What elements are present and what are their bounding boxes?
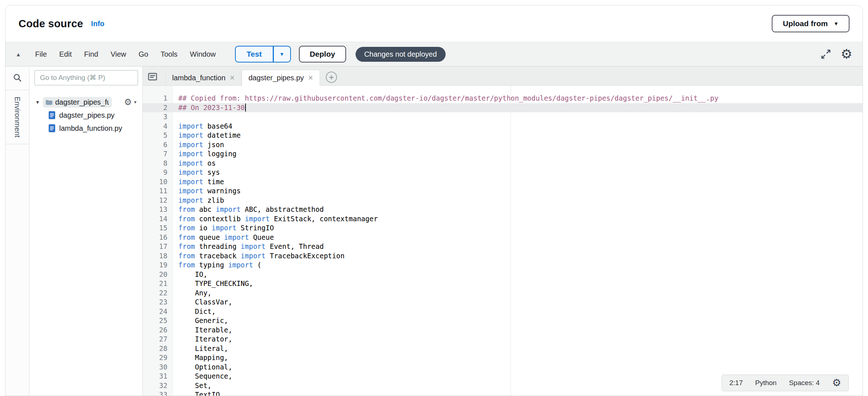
- line-number[interactable]: 7: [143, 149, 173, 159]
- code-line[interactable]: 2## On 2023-11-30: [143, 103, 863, 113]
- code-area[interactable]: 1## Copied from: https://raw.githubuserc…: [143, 86, 863, 396]
- tree-settings-button[interactable]: ⚙ ▼: [124, 98, 137, 106]
- code-line[interactable]: 23 ClassVar,: [143, 298, 863, 307]
- go-to-anything-input[interactable]: [35, 70, 138, 85]
- deploy-button[interactable]: Deploy: [299, 46, 346, 62]
- search-icon[interactable]: [13, 73, 22, 82]
- code-line[interactable]: 22 Any,: [143, 288, 863, 298]
- line-number[interactable]: 18: [143, 251, 173, 261]
- line-number[interactable]: 27: [143, 335, 173, 344]
- code-line[interactable]: 1## Copied from: https://raw.githubuserc…: [143, 94, 863, 103]
- code-line[interactable]: 28 Literal,: [143, 344, 863, 353]
- menu-file[interactable]: File: [29, 50, 53, 58]
- code-line[interactable]: 6import json: [143, 140, 863, 150]
- tree-folder-row[interactable]: ▼ dagster_pipes_funct ⚙ ▼: [29, 96, 142, 109]
- line-number[interactable]: 4: [143, 122, 173, 131]
- line-number[interactable]: 14: [143, 214, 173, 224]
- line-number[interactable]: 3: [143, 112, 173, 122]
- line-number[interactable]: 28: [143, 344, 173, 353]
- code-line[interactable]: 20 IO,: [143, 270, 863, 279]
- line-number[interactable]: 24: [143, 307, 173, 316]
- folder-chip[interactable]: dagster_pipes_funct: [43, 97, 112, 108]
- collapse-panel-icon[interactable]: ▲: [16, 51, 21, 57]
- code-line[interactable]: 7import logging: [143, 149, 863, 159]
- line-number[interactable]: 11: [143, 186, 173, 196]
- statusbar-settings-gear-icon[interactable]: ⚙: [832, 378, 841, 388]
- code-text: Optional,: [173, 363, 232, 372]
- close-icon[interactable]: ×: [308, 74, 313, 82]
- line-number[interactable]: 10: [143, 177, 173, 187]
- line-number[interactable]: 9: [143, 168, 173, 177]
- code-line[interactable]: 25 Generic,: [143, 316, 863, 326]
- code-line[interactable]: 24 Dict,: [143, 307, 863, 316]
- line-number[interactable]: 15: [143, 223, 173, 233]
- code-line[interactable]: 30 Optional,: [143, 363, 863, 372]
- line-number[interactable]: 30: [143, 363, 173, 372]
- line-number[interactable]: 17: [143, 242, 173, 251]
- test-button[interactable]: Test: [235, 46, 273, 62]
- code-line[interactable]: 12import zlib: [143, 196, 863, 205]
- close-icon[interactable]: ×: [230, 74, 235, 82]
- tab-list-icon[interactable]: [148, 72, 157, 81]
- line-number[interactable]: 5: [143, 131, 173, 140]
- code-line[interactable]: 26 Iterable,: [143, 326, 863, 335]
- menu-edit[interactable]: Edit: [53, 50, 78, 58]
- line-number[interactable]: 1: [143, 94, 173, 103]
- line-number[interactable]: 20: [143, 270, 173, 279]
- line-number[interactable]: 12: [143, 196, 173, 205]
- line-number[interactable]: 21: [143, 279, 173, 288]
- line-number[interactable]: 22: [143, 288, 173, 298]
- tree-file-dagster-pipes[interactable]: dagster_pipes.py: [29, 109, 142, 122]
- environment-tab[interactable]: Environment: [5, 90, 29, 144]
- code-line[interactable]: 29 Mapping,: [143, 353, 863, 363]
- code-line[interactable]: 15from io import StringIO: [143, 223, 863, 233]
- code-line[interactable]: 5import datetime: [143, 131, 863, 140]
- line-number[interactable]: 16: [143, 233, 173, 242]
- spaces-setting[interactable]: Spaces: 4: [789, 378, 820, 388]
- menu-window[interactable]: Window: [184, 50, 222, 58]
- line-number[interactable]: 33: [143, 390, 173, 396]
- new-tab-icon[interactable]: +: [326, 72, 337, 83]
- line-number[interactable]: 8: [143, 159, 173, 168]
- editor-settings-gear-icon[interactable]: ⚙: [841, 48, 852, 61]
- folder-expand-icon[interactable]: ▼: [35, 100, 40, 105]
- code-line[interactable]: 10import time: [143, 177, 863, 187]
- code-line[interactable]: 9import sys: [143, 168, 863, 177]
- fullscreen-icon[interactable]: [820, 49, 831, 60]
- tab-lambda-function[interactable]: lambda_function ×: [165, 70, 242, 85]
- code-line[interactable]: 19from typing import (: [143, 260, 863, 270]
- code-line[interactable]: 14from contextlib import ExitStack, cont…: [143, 214, 863, 224]
- code-line[interactable]: 17from threading import Event, Thread: [143, 242, 863, 251]
- code-line[interactable]: 13from abc import ABC, abstractmethod: [143, 205, 863, 214]
- code-line[interactable]: 8import os: [143, 159, 863, 168]
- upload-from-button[interactable]: Upload from ▼: [772, 15, 849, 32]
- code-text: from queue import Queue: [173, 233, 274, 242]
- code-line[interactable]: 18from traceback import TracebackExcepti…: [143, 251, 863, 261]
- line-number[interactable]: 13: [143, 205, 173, 214]
- line-number[interactable]: 32: [143, 381, 173, 391]
- line-number[interactable]: 25: [143, 316, 173, 326]
- code-line[interactable]: 21 TYPE_CHECKING,: [143, 279, 863, 288]
- line-number[interactable]: 31: [143, 372, 173, 381]
- tree-file-lambda-function[interactable]: lambda_function.py: [29, 122, 142, 135]
- code-line[interactable]: 3: [143, 112, 863, 122]
- language-mode[interactable]: Python: [755, 378, 776, 388]
- code-line[interactable]: 11import warnings: [143, 186, 863, 196]
- menu-go[interactable]: Go: [132, 50, 154, 58]
- line-number[interactable]: 2: [143, 103, 173, 113]
- line-number[interactable]: 29: [143, 353, 173, 363]
- menu-tools[interactable]: Tools: [154, 50, 184, 58]
- cursor-position[interactable]: 2:17: [729, 378, 743, 388]
- code-line[interactable]: 16from queue import Queue: [143, 233, 863, 242]
- test-dropdown-button[interactable]: ▼: [273, 46, 291, 62]
- code-line[interactable]: 27 Iterator,: [143, 335, 863, 344]
- tab-dagster-pipes[interactable]: dagster_pipes.py ×: [242, 70, 320, 86]
- menu-find[interactable]: Find: [78, 50, 105, 58]
- menu-view[interactable]: View: [104, 50, 132, 58]
- line-number[interactable]: 19: [143, 260, 173, 270]
- line-number[interactable]: 6: [143, 140, 173, 150]
- code-line[interactable]: 4import base64: [143, 122, 863, 131]
- line-number[interactable]: 23: [143, 298, 173, 307]
- info-link[interactable]: Info: [91, 20, 105, 28]
- line-number[interactable]: 26: [143, 326, 173, 335]
